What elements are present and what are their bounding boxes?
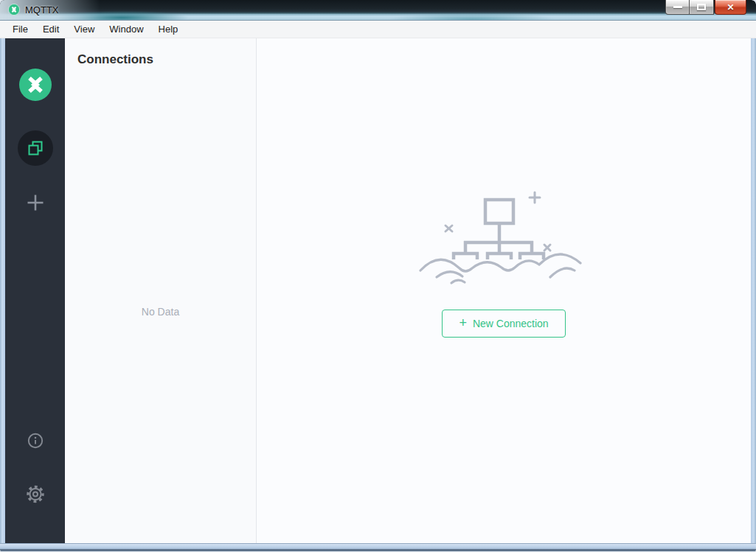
minimize-button[interactable]: [665, 0, 690, 15]
window-frame-bottom: [0, 543, 756, 551]
sidebar: [5, 38, 65, 543]
app-window: MQTTX ✕ File Edit View Window Help: [0, 0, 756, 552]
new-connection-button[interactable]: + New Connection: [442, 310, 566, 338]
menu-file[interactable]: File: [5, 21, 35, 37]
menu-bar: File Edit View Window Help: [0, 21, 756, 38]
connections-overlap-squares-icon: [27, 139, 44, 157]
plus-icon: [26, 193, 45, 212]
menu-view[interactable]: View: [66, 21, 102, 37]
connections-panel-title: Connections: [65, 38, 256, 67]
main-area: + New Connection: [257, 38, 751, 543]
button-plus-icon: +: [459, 316, 467, 329]
title-bar-left: MQTTX: [8, 4, 59, 15]
app-logo-icon: [8, 4, 20, 15]
menu-window[interactable]: Window: [102, 21, 150, 37]
maximize-icon: [697, 4, 706, 10]
new-connection-button-label: New Connection: [473, 318, 549, 329]
sidebar-item-connections[interactable]: [18, 130, 53, 166]
empty-state-network-illustration: [419, 188, 589, 287]
title-bar: MQTTX ✕: [0, 0, 756, 21]
mqttx-logo-icon: [19, 69, 52, 101]
sidebar-settings-button[interactable]: [25, 484, 45, 504]
sidebar-about-button[interactable]: [27, 432, 44, 450]
app-body: Connections No Data: [0, 38, 756, 543]
close-icon: ✕: [726, 3, 734, 12]
sidebar-new-connection-button[interactable]: [26, 193, 45, 212]
sidebar-mqttx-logo[interactable]: [19, 69, 52, 101]
gear-icon: [25, 484, 45, 504]
menu-edit[interactable]: Edit: [35, 21, 66, 37]
minimize-icon: [673, 6, 682, 8]
info-icon: [27, 432, 44, 450]
window-frame-left: [0, 38, 5, 543]
close-button[interactable]: ✕: [715, 0, 746, 15]
no-data-text: No Data: [65, 306, 256, 318]
connections-panel: Connections No Data: [65, 38, 257, 543]
window-frame-right: [751, 38, 756, 543]
maximize-button[interactable]: [690, 0, 714, 15]
window-title: MQTTX: [25, 4, 59, 15]
window-controls: ✕: [665, 0, 746, 15]
menu-help[interactable]: Help: [151, 21, 186, 37]
